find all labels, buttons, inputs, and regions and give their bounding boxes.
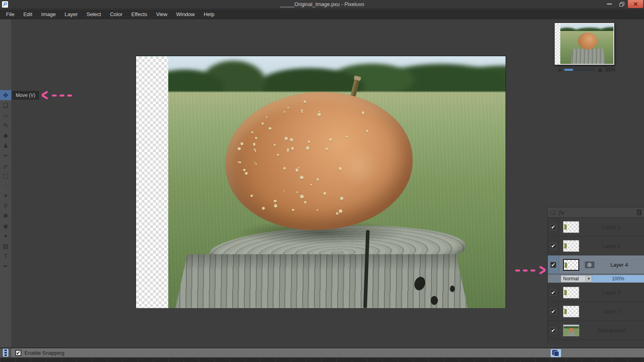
- layer-row-layer-4-selected[interactable]: ✔ Layer 4 Normal ▼ 100%: [548, 255, 644, 283]
- tool-lasso[interactable]: ℘: [0, 160, 11, 171]
- delete-layer-icon[interactable]: [636, 210, 642, 215]
- layers-panel: ❏ ƒx ✔ Layer 1 ✔ Layer 5 ✔ Layer 4 Norma…: [547, 207, 644, 344]
- pixeluvo-window: { "window": { "title": "_____Original_Im…: [0, 0, 644, 362]
- layers-panel-header: ❏ ƒx: [548, 208, 644, 218]
- tool-move[interactable]: ✥: [0, 90, 11, 100]
- navigator-zoom-slider[interactable]: 33%: [558, 66, 616, 73]
- status-bar: ✔ Enable Snapping: [0, 348, 644, 357]
- tool-healing-brush[interactable]: ✱: [0, 211, 11, 221]
- menu-layer[interactable]: Layer: [60, 9, 83, 19]
- layer-visibility-checkbox[interactable]: ✔: [550, 290, 556, 296]
- restore-button[interactable]: [615, 0, 628, 8]
- title-bar: P _____Original_Image.pxu - Pixeluvo ✕: [0, 0, 644, 9]
- move-tool-tooltip: Move (V): [12, 91, 39, 100]
- layer-row-background[interactable]: ✔ Background: [548, 321, 644, 340]
- opacity-value: 100%: [612, 276, 624, 282]
- tool-cut[interactable]: ✂: [0, 150, 11, 160]
- photo-stump-hole: [450, 286, 455, 292]
- window-title: _____Original_Image.pxu - Pixeluvo: [0, 0, 644, 9]
- navigator-checkerboard: [555, 24, 560, 64]
- tool-magic-wand[interactable]: ✶: [0, 191, 11, 201]
- zoom-slider-track[interactable]: [564, 68, 595, 71]
- annotation-arrow-right: [515, 265, 545, 275]
- layer-mask-icon[interactable]: [585, 261, 594, 268]
- layer-thumbnail[interactable]: [563, 306, 579, 317]
- tool-palette: ✥❑▱✎◆♟✂℘▢◌✶⚲✱◉✦▨T✒: [0, 19, 11, 352]
- blend-mode-dropdown[interactable]: Normal ▼: [561, 275, 592, 282]
- layer-thumbnail[interactable]: [563, 259, 579, 271]
- layer-thumbnail[interactable]: [563, 240, 579, 252]
- menu-view[interactable]: View: [152, 9, 172, 19]
- menu-image[interactable]: Image: [37, 9, 60, 19]
- toolbar-footer: [0, 348, 11, 357]
- tool-crop[interactable]: ❑: [0, 100, 11, 110]
- layer-row-layer-3[interactable]: ✔ Layer 3: [548, 283, 644, 302]
- annotation-arrow-left: [42, 90, 72, 100]
- tool-rect-select[interactable]: ▢: [0, 171, 11, 181]
- layer-thumbnail[interactable]: [563, 325, 579, 336]
- tool-pen[interactable]: ✒: [0, 261, 11, 271]
- menu-file[interactable]: File: [2, 9, 19, 19]
- layer-row-layer-2[interactable]: ✔ Layer 2: [548, 302, 644, 321]
- arrow-head-left-icon: [42, 90, 49, 100]
- navigator-thumbnail[interactable]: [555, 23, 614, 65]
- zoom-in-icon[interactable]: [597, 68, 603, 72]
- zoom-percent-label: 33%: [605, 67, 615, 73]
- tool-clone-stamp[interactable]: ♟: [0, 140, 11, 150]
- menu-edit[interactable]: Edit: [19, 9, 37, 19]
- layer-visibility-checkbox[interactable]: ✔: [550, 327, 556, 333]
- tool-transform[interactable]: ▱: [0, 110, 11, 120]
- layer-name: Layer 5: [579, 243, 644, 249]
- navigator-photo: [560, 24, 613, 64]
- tool-ellipse-select[interactable]: ◌: [0, 181, 11, 191]
- layer-visibility-checkbox[interactable]: ✔: [550, 262, 556, 268]
- layer-name: Layer 1: [579, 224, 644, 230]
- menu-effects[interactable]: Effects: [127, 9, 152, 19]
- minimize-icon: [607, 4, 612, 4]
- layer-name: Layer 2: [579, 309, 644, 315]
- blend-mode-value: Normal: [561, 276, 586, 282]
- tool-red-eye[interactable]: ◉: [0, 221, 11, 231]
- tool-text[interactable]: T: [0, 251, 11, 261]
- enable-snapping-label: Enable Snapping: [25, 350, 64, 356]
- layer-row-layer-1[interactable]: ✔ Layer 1: [548, 218, 644, 237]
- minimize-button[interactable]: [603, 0, 615, 8]
- grip-handle-icon[interactable]: [3, 349, 8, 357]
- image-canvas[interactable]: [136, 56, 506, 308]
- menu-select[interactable]: Select: [82, 9, 105, 19]
- opacity-slider[interactable]: 100%: [592, 275, 644, 282]
- layer-name: Layer 4: [594, 262, 644, 268]
- arrow-head-right-icon: [538, 265, 545, 275]
- tool-pencil[interactable]: ✎: [0, 120, 11, 130]
- new-layer-icon[interactable]: ❏: [550, 210, 555, 215]
- tool-eraser[interactable]: ◆: [0, 130, 11, 140]
- tool-smudge[interactable]: ✦: [0, 231, 11, 241]
- photo-stump-hole: [431, 296, 438, 305]
- close-button[interactable]: ✕: [628, 0, 643, 8]
- layer-row-layer-5[interactable]: ✔ Layer 5: [548, 237, 644, 255]
- blend-controls-row: Normal ▼ 100%: [548, 274, 644, 283]
- pages-icon-button[interactable]: [551, 349, 561, 357]
- layer-visibility-checkbox[interactable]: ✔: [550, 243, 556, 249]
- menu-help[interactable]: Help: [199, 9, 219, 19]
- transparency-checkerboard: [136, 56, 168, 308]
- menu-bar: FileEditImageLayerSelectColorEffectsView…: [0, 9, 644, 19]
- chevron-down-icon: ▼: [586, 276, 592, 282]
- layer-name: Layer 3: [579, 290, 644, 296]
- layer-visibility-checkbox[interactable]: ✔: [550, 224, 556, 230]
- enable-snapping-checkbox[interactable]: ✔: [15, 350, 21, 356]
- layer-effects-icon[interactable]: ƒx: [559, 210, 564, 215]
- photo-layer: [168, 56, 506, 308]
- bottom-ruler-strip: [0, 358, 644, 362]
- layer-thumbnail[interactable]: [563, 221, 579, 233]
- menu-color[interactable]: Color: [105, 9, 127, 19]
- restore-icon: [619, 2, 624, 6]
- layer-visibility-checkbox[interactable]: ✔: [550, 309, 556, 315]
- zoom-out-icon[interactable]: [558, 68, 562, 71]
- zoom-slider-fill: [564, 69, 573, 71]
- menu-window[interactable]: Window: [172, 9, 199, 19]
- layer-thumbnail[interactable]: [563, 287, 579, 298]
- layer-name: Background: [579, 327, 644, 333]
- tool-gradient[interactable]: ▨: [0, 241, 11, 251]
- tool-color-picker[interactable]: ⚲: [0, 201, 11, 211]
